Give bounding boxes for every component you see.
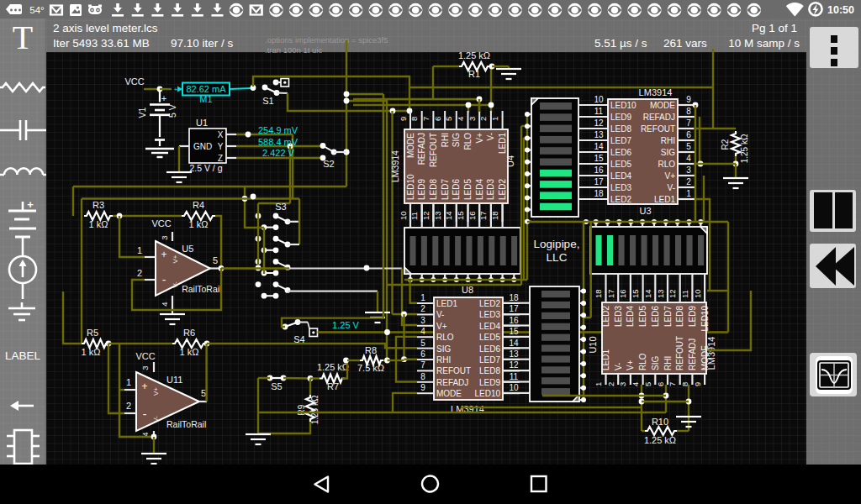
svg-text:U8: U8: [462, 285, 473, 295]
svg-text:13: 13: [656, 289, 665, 298]
svg-text:LABEL: LABEL: [5, 349, 41, 362]
svg-text:16: 16: [594, 165, 604, 175]
svg-text:6: 6: [656, 382, 665, 386]
svg-text:9: 9: [686, 95, 691, 104]
svg-text:V-: V-: [172, 281, 179, 288]
svg-text:R8: R8: [365, 345, 377, 355]
svg-text:+: +: [141, 381, 147, 392]
svg-text:-: -: [143, 407, 147, 421]
svg-text:2.422 V: 2.422 V: [262, 148, 295, 158]
svg-text:REFOUT: REFOUT: [641, 124, 675, 134]
svg-text:82.62 mA: 82.62 mA: [186, 84, 226, 94]
svg-text:1 kΩ: 1 kΩ: [180, 347, 199, 357]
svg-text:1.25 V: 1.25 V: [332, 320, 359, 330]
svg-text:5: 5: [420, 339, 425, 348]
svg-text:LED1: LED1: [498, 133, 507, 154]
svg-text:V-: V-: [436, 310, 444, 319]
svg-text:T: T: [13, 18, 33, 56]
svg-text:LED6: LED6: [452, 179, 461, 200]
svg-text:R7: R7: [327, 381, 339, 391]
svg-text:16: 16: [509, 316, 519, 325]
svg-text:V-: V-: [614, 363, 623, 370]
svg-text:V+: V+: [664, 171, 675, 181]
svg-text:LED2: LED2: [601, 306, 610, 327]
svg-text:5: 5: [444, 117, 453, 121]
svg-text:15: 15: [509, 327, 519, 336]
svg-text:1: 1: [686, 189, 691, 198]
svg-text:LED4: LED4: [610, 171, 631, 181]
svg-text:RLO: RLO: [638, 353, 647, 370]
svg-text:V+: V+: [475, 133, 484, 144]
svg-text:U10: U10: [588, 336, 598, 353]
svg-text:RHI: RHI: [436, 355, 451, 365]
svg-text:LED10: LED10: [700, 306, 710, 332]
svg-text:18: 18: [509, 293, 519, 302]
svg-text:LM3914: LM3914: [706, 337, 716, 370]
svg-text:1.25 kΩ: 1.25 kΩ: [740, 134, 749, 163]
svg-text:M1: M1: [199, 94, 212, 104]
svg-text:5 V: 5 V: [167, 104, 177, 118]
svg-text:10: 10: [594, 95, 604, 104]
svg-text:S4: S4: [293, 334, 304, 344]
svg-text:9: 9: [420, 383, 425, 392]
svg-text:4: 4: [631, 382, 640, 386]
svg-text:12: 12: [668, 289, 677, 298]
svg-text:SIG: SIG: [661, 148, 675, 157]
svg-text:V1: V1: [137, 107, 147, 118]
svg-text:RLO: RLO: [436, 333, 454, 342]
svg-text:17: 17: [509, 304, 519, 313]
svg-text:4: 4: [420, 327, 425, 336]
svg-text:2 axis level meter.lcs: 2 axis level meter.lcs: [53, 22, 158, 34]
svg-text:LED4: LED4: [475, 179, 484, 200]
svg-text:LED10: LED10: [610, 101, 637, 110]
svg-text:14: 14: [594, 142, 604, 151]
svg-text:.options implementation = spic: .options implementation = spice3f5: [265, 35, 388, 45]
svg-text:Iter 5493 33.61 MB: Iter 5493 33.61 MB: [53, 37, 150, 50]
svg-text:LED10: LED10: [406, 174, 415, 200]
svg-text:2: 2: [686, 177, 691, 186]
svg-text:3: 3: [618, 382, 627, 386]
svg-text:5: 5: [213, 255, 218, 265]
svg-text:VCC: VCC: [124, 76, 144, 87]
svg-text:.tran 100n 1t uic: .tran 100n 1t uic: [265, 45, 322, 55]
svg-text:LED9: LED9: [688, 306, 697, 327]
svg-text:X: X: [218, 130, 224, 139]
svg-text:3: 3: [686, 165, 691, 175]
svg-text:LED9: LED9: [417, 179, 426, 200]
svg-text:7: 7: [421, 117, 430, 121]
svg-text:10 M samp / s: 10 M samp / s: [728, 37, 800, 50]
svg-text:7: 7: [668, 382, 677, 386]
svg-text:LED1: LED1: [601, 349, 610, 370]
svg-text:3: 3: [140, 365, 150, 370]
svg-text:R1: R1: [468, 69, 480, 79]
svg-text:LED3: LED3: [486, 179, 495, 200]
svg-text:REFOUT: REFOUT: [675, 336, 684, 370]
svg-text:14: 14: [643, 289, 652, 298]
svg-text:U3: U3: [639, 206, 651, 216]
svg-text:LED2: LED2: [498, 179, 507, 200]
svg-text:R6: R6: [183, 328, 195, 338]
svg-text:14: 14: [509, 339, 519, 348]
svg-text:+: +: [161, 93, 166, 103]
svg-text:11: 11: [680, 290, 689, 298]
svg-text:V+: V+: [626, 360, 635, 370]
svg-text:VCC: VCC: [151, 218, 171, 228]
svg-text:V-: V-: [668, 183, 675, 192]
svg-text:LED8: LED8: [675, 306, 684, 327]
svg-text:LED2: LED2: [610, 195, 631, 204]
svg-text:1 kΩ: 1 kΩ: [189, 219, 209, 229]
svg-text:2: 2: [420, 304, 425, 313]
svg-text:1: 1: [126, 377, 131, 387]
svg-text:U4: U4: [505, 155, 515, 167]
svg-text:588.4 mV: 588.4 mV: [258, 137, 298, 147]
svg-text:RLO: RLO: [463, 133, 473, 150]
svg-text:+: +: [161, 249, 166, 260]
svg-text:261 vars: 261 vars: [663, 37, 707, 50]
svg-text:S3: S3: [275, 202, 286, 212]
svg-text:1.25 kΩ: 1.25 kΩ: [317, 362, 349, 372]
svg-text:V+: V+: [152, 387, 160, 396]
svg-text:+: +: [27, 198, 34, 211]
svg-text:6: 6: [420, 349, 425, 359]
svg-text:Z: Z: [218, 154, 223, 163]
svg-text:3: 3: [420, 316, 425, 325]
